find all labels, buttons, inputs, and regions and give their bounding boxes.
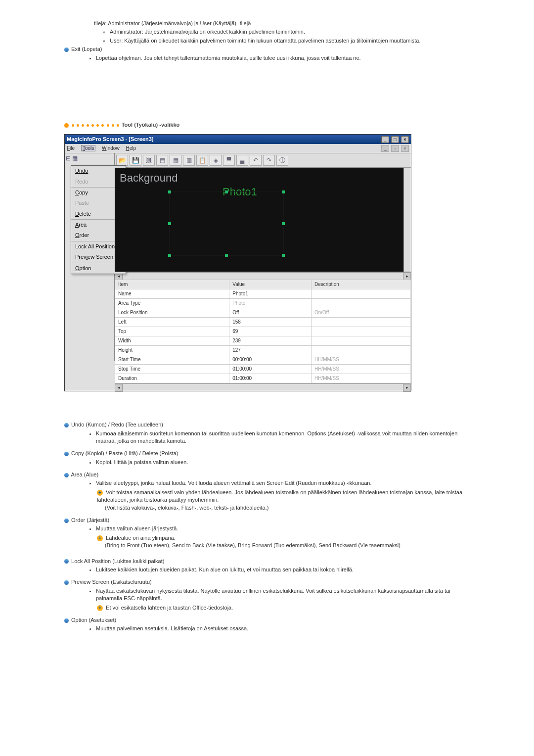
photo-area[interactable] bbox=[169, 191, 284, 256]
cell-desc bbox=[311, 299, 410, 308]
table-row[interactable]: Height127 bbox=[115, 346, 411, 355]
toolbar: 📂 💾 🖼 ▤ ▦ ▥ 📋 ◈ ▀ ▄ ↶ ↷ ⓘ bbox=[115, 153, 411, 168]
h-scrollbar[interactable]: ◂ ▸ bbox=[115, 272, 411, 280]
tb-align1-icon[interactable]: ▤ bbox=[156, 155, 168, 166]
background-label: Background bbox=[120, 171, 178, 186]
preview-body: Näyttää esikatselukuvan nykyisestä tilas… bbox=[96, 588, 450, 601]
intro-user: User: Käyttäjällä on oikeudet kaikkiin p… bbox=[110, 37, 470, 45]
cell-value[interactable]: 239 bbox=[229, 336, 312, 346]
copy-paste-title: Copy (Kopioi) / Paste (Liitä) / Delete (… bbox=[71, 450, 178, 456]
tb-image-icon[interactable]: 🖼 bbox=[143, 155, 155, 166]
exit-title: Exit (Lopeta) bbox=[71, 46, 102, 52]
mdi-restore-button[interactable]: ▫ bbox=[391, 145, 399, 152]
area-note2: (Voit lisätä valokuva-, elokuva-, Flash-… bbox=[105, 504, 470, 512]
area-body: Valitse aluetyyppi, jonka haluat luoda. … bbox=[96, 480, 371, 486]
scroll-right-icon[interactable]: ▸ bbox=[403, 384, 411, 392]
cell-value[interactable]: 01:00:00 bbox=[229, 374, 312, 383]
cell-value[interactable]: Off bbox=[229, 308, 312, 318]
tb-diamond-icon[interactable]: ◈ bbox=[210, 155, 222, 166]
cell-item: Left bbox=[115, 318, 229, 327]
cell-value[interactable]: 00:00:00 bbox=[229, 355, 312, 365]
table-row[interactable]: Duration01:00:00HH/MM/SS bbox=[115, 374, 411, 383]
tb-align3-icon[interactable]: ▥ bbox=[183, 155, 195, 166]
bullet-icon bbox=[64, 519, 69, 523]
section-header: Tool (Työkalu) -valikko bbox=[64, 121, 470, 129]
tb-bring-front-icon[interactable]: ▀ bbox=[223, 155, 235, 166]
cell-item: Start Time bbox=[115, 355, 229, 365]
tb-copy-icon[interactable]: 📋 bbox=[196, 155, 208, 166]
orange-dot-icon bbox=[112, 124, 114, 127]
tb-redo-icon[interactable]: ↷ bbox=[263, 155, 275, 166]
mdi-close-button[interactable]: × bbox=[401, 145, 409, 152]
exit-block: Exit (Lopeta) Lopettaa ohjelman. Jos ole… bbox=[64, 46, 470, 62]
cell-value[interactable]: Photo bbox=[229, 299, 312, 308]
v-scrollbar[interactable] bbox=[403, 168, 411, 272]
tb-save-icon[interactable]: 💾 bbox=[130, 155, 141, 166]
scroll-left-icon[interactable]: ◂ bbox=[115, 384, 123, 392]
tb-open-icon[interactable]: 📂 bbox=[116, 155, 128, 166]
cell-desc: On/Off bbox=[311, 308, 410, 318]
option-title: Option (Asetukset) bbox=[71, 617, 116, 623]
table-row[interactable]: Lock PositionOffOn/Off bbox=[115, 308, 411, 318]
exit-body: Lopettaa ohjelman. Jos olet tehnyt talle… bbox=[96, 54, 470, 62]
menu-help[interactable]: Help bbox=[126, 145, 136, 151]
orange-dot-big-icon bbox=[64, 123, 69, 128]
cell-item: Duration bbox=[115, 374, 229, 383]
plus-note-icon: + bbox=[97, 605, 103, 611]
orange-dot-icon bbox=[117, 124, 119, 127]
col-value: Value bbox=[229, 280, 312, 289]
lock-title: Lock All Position (Lukitse kaikki paikat… bbox=[71, 558, 164, 564]
bullet-icon bbox=[64, 618, 69, 623]
cell-item: Top bbox=[115, 327, 229, 336]
orange-dot-icon bbox=[72, 124, 74, 127]
cell-value[interactable]: 158 bbox=[229, 318, 312, 327]
tree-icons: ⊟ ▦ bbox=[65, 153, 114, 165]
cell-desc bbox=[311, 318, 410, 327]
tree-pane: ⊟ ▦ Undo Redo Copy Paste Delete ▸Area ▸O… bbox=[65, 153, 115, 361]
bullet-icon bbox=[64, 452, 69, 456]
tb-undo-icon[interactable]: ↶ bbox=[250, 155, 262, 166]
table-row[interactable]: Stop Time01:00:00HH/MM/SS bbox=[115, 365, 411, 374]
cell-value[interactable]: 01:00:00 bbox=[229, 365, 312, 374]
cell-item: Stop Time bbox=[115, 365, 229, 374]
intro-fragment: tilejä: Administrator (Järjestelmänvalvo… bbox=[94, 20, 470, 45]
table-row[interactable]: NamePhoto1 bbox=[115, 289, 411, 299]
section-title: Tool (Työkalu) -valikko bbox=[122, 122, 180, 128]
cell-value[interactable]: 127 bbox=[229, 346, 312, 355]
cell-value[interactable]: Photo1 bbox=[229, 289, 312, 299]
edit-canvas[interactable]: Background Photo1 bbox=[115, 168, 411, 272]
tb-info-icon[interactable]: ⓘ bbox=[276, 155, 288, 166]
orange-dot-icon bbox=[101, 124, 104, 127]
maximize-button[interactable]: □ bbox=[391, 136, 399, 143]
menu-file[interactable]: File bbox=[67, 145, 75, 151]
cell-desc bbox=[311, 336, 410, 346]
bullet-icon bbox=[64, 423, 69, 427]
intro-admin: Administrator: Järjestelmänvalvojalla on… bbox=[110, 28, 470, 36]
orange-dot-icon bbox=[96, 124, 99, 127]
intro-line1: tilejä: Administrator (Järjestelmänvalvo… bbox=[94, 20, 470, 27]
table-row[interactable]: Width239 bbox=[115, 336, 411, 346]
cell-item: Area Type bbox=[115, 299, 229, 308]
tool-help-list: Undo (Kumoa) / Redo (Tee uudelleen) Kumo… bbox=[64, 421, 470, 633]
bullet-icon bbox=[64, 47, 69, 52]
cell-item: Width bbox=[115, 336, 229, 346]
h-scrollbar-2[interactable]: ◂ ▸ bbox=[115, 383, 411, 391]
table-row[interactable]: Left158 bbox=[115, 318, 411, 327]
orange-dot-icon bbox=[91, 124, 94, 127]
undo-redo-body: Kumoaa aikaisemmin suoritetun komennon t… bbox=[96, 430, 470, 445]
table-row[interactable]: Top69 bbox=[115, 327, 411, 336]
tb-send-back-icon[interactable]: ▄ bbox=[236, 155, 248, 166]
mdi-minimize-button[interactable]: _ bbox=[381, 145, 389, 152]
minimize-button[interactable]: _ bbox=[381, 136, 389, 143]
table-row[interactable]: Area TypePhoto bbox=[115, 299, 411, 308]
tb-align2-icon[interactable]: ▦ bbox=[170, 155, 181, 166]
order-body: Muuttaa valitun alueen järjestystä. bbox=[96, 525, 178, 531]
menu-window[interactable]: Window bbox=[102, 145, 120, 151]
bullet-icon bbox=[64, 559, 69, 564]
area-title: Area (Alue) bbox=[71, 472, 98, 477]
bullet-icon bbox=[64, 473, 69, 477]
menu-tools[interactable]: Tools bbox=[81, 145, 95, 151]
cell-value[interactable]: 69 bbox=[229, 327, 312, 336]
close-button[interactable]: × bbox=[401, 136, 409, 143]
table-row[interactable]: Start Time00:00:00HH/MM/SS bbox=[115, 355, 411, 365]
